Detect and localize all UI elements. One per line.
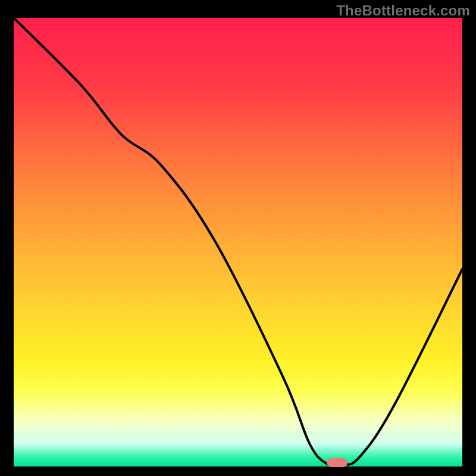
bottleneck-marker: [327, 458, 347, 467]
watermark-text: TheBottleneck.com: [336, 2, 470, 19]
curve-svg: [14, 18, 462, 466]
curve-path: [14, 18, 462, 466]
chart-outer: TheBottleneck.com: [0, 0, 476, 476]
plot-area: [14, 18, 462, 466]
